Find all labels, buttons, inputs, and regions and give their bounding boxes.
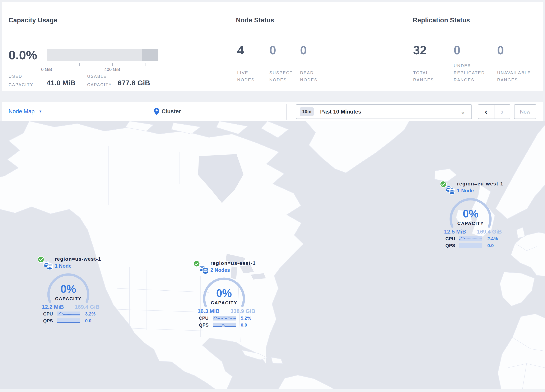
capacity-bar-reserved-segment: [142, 49, 158, 61]
next-time-button[interactable]: ›: [495, 105, 510, 118]
qps-label: QPS: [38, 318, 53, 324]
axis-tick: [79, 63, 80, 66]
breadcrumb[interactable]: Cluster: [154, 102, 181, 121]
capacity-label: CAPACITY: [450, 221, 491, 226]
qps-label: QPS: [194, 322, 209, 328]
cpu-label: CPU: [38, 311, 53, 317]
under-replicated-ranges-label: UNDER- REPLICATED RANGES: [454, 62, 485, 83]
qps-label: QPS: [440, 243, 455, 248]
cpu-value: 2.4%: [487, 236, 498, 242]
cpu-label: CPU: [440, 236, 455, 242]
unavailable-ranges-label: UNAVAILABLE RANGES: [497, 69, 531, 83]
cpu-value: 5.2%: [241, 316, 251, 321]
breadcrumb-label: Cluster: [161, 108, 181, 115]
live-nodes-count: 4: [237, 43, 244, 57]
capacity-label: CAPACITY: [203, 300, 245, 306]
node-count-link[interactable]: 2 Nodes: [211, 267, 230, 273]
time-range-value: Past 10 Minutes: [320, 108, 361, 115]
capacity-usage-title: Capacity Usage: [9, 17, 57, 24]
time-step-buttons: ‹ ›: [478, 104, 510, 119]
usable-capacity-value: 677.8 GiB: [118, 79, 150, 87]
time-range-badge: 10m: [300, 107, 314, 116]
axis-tick: [47, 63, 47, 66]
now-button[interactable]: Now: [514, 104, 536, 119]
replication-status-title: Replication Status: [413, 17, 470, 24]
capacity-total-value: 169.4 GiB: [73, 304, 102, 310]
region-marker-us-east-1[interactable]: region=us-east-1 2 Nodes 0% CAPACITY 16.…: [191, 250, 260, 330]
under-replicated-ranges-count: 0: [454, 43, 460, 57]
capacity-percent: 0%: [203, 287, 245, 299]
region-marker-eu-west-1[interactable]: region=eu-west-1 1 Node 0% CAPACITY 12.5…: [437, 171, 506, 250]
dead-nodes-label: DEAD NODES: [300, 69, 318, 83]
cpu-value: 3.2%: [85, 311, 95, 317]
suspect-nodes-label: SUSPECT NODES: [269, 69, 293, 83]
database-stack-icon: [445, 186, 456, 195]
cpu-label: CPU: [194, 316, 209, 321]
prev-time-button[interactable]: ‹: [478, 105, 495, 118]
total-ranges-label: TOTAL RANGES: [413, 69, 434, 83]
capacity-used-value: 12.5 MiB: [440, 229, 470, 235]
qps-value: 0.0: [241, 322, 247, 328]
qps-sparkline: [213, 323, 236, 327]
cpu-sparkline: [213, 316, 236, 321]
total-ranges-count: 32: [413, 43, 427, 57]
region-label: region=eu-west-1: [457, 181, 503, 187]
axis-tick-label: 400 GiB: [104, 67, 120, 72]
region-marker-us-west-1[interactable]: region=us-west-1 1 Node 0% CAPACITY 12.2…: [35, 246, 104, 326]
caret-down-icon: ▼: [39, 110, 42, 113]
qps-value: 0.0: [487, 243, 494, 248]
view-selector-dropdown[interactable]: Node Map ▼: [9, 102, 42, 121]
node-count-link[interactable]: 1 Node: [457, 188, 474, 193]
capacity-percent: 0%: [450, 207, 491, 220]
toolbar-divider: [286, 104, 286, 120]
usable-capacity-label: USABLE CAPACITY: [87, 72, 123, 89]
axis-tick: [112, 63, 113, 66]
region-label: region=us-west-1: [55, 256, 101, 262]
capacity-used-percent: 0.0%: [9, 48, 37, 62]
qps-sparkline: [459, 243, 482, 248]
node-count-link[interactable]: 1 Node: [55, 263, 71, 269]
capacity-percent: 0%: [47, 283, 89, 295]
used-capacity-value: 41.0 MiB: [47, 79, 75, 87]
map-toolbar: Node Map ▼ Cluster 10m Past 10 Minutes ⌄…: [2, 102, 543, 121]
database-stack-icon: [198, 265, 209, 275]
qps-value: 0.0: [85, 318, 92, 324]
capacity-usage-bar: [47, 49, 158, 61]
live-nodes-label: LIVE NODES: [237, 69, 255, 83]
chevron-down-icon: ⌄: [460, 110, 466, 114]
capacity-label: CAPACITY: [47, 296, 89, 301]
view-selector-label: Node Map: [9, 108, 35, 115]
database-stack-icon: [43, 261, 53, 271]
cpu-sparkline: [57, 311, 80, 316]
cluster-summary-panel: Capacity Usage 0.0% 0 GiB 400 GiB USED C…: [2, 2, 543, 91]
node-map: region=us-west-1 1 Node 0% CAPACITY 12.2…: [0, 121, 545, 389]
axis-tick: [145, 63, 145, 66]
qps-sparkline: [57, 318, 80, 323]
region-label: region=us-east-1: [211, 260, 256, 266]
capacity-used-value: 16.3 MiB: [194, 308, 223, 314]
dead-nodes-count: 0: [300, 43, 307, 57]
capacity-total-value: 338.9 GiB: [228, 308, 257, 314]
location-pin-icon: [154, 108, 160, 115]
axis-tick-label: 0 GiB: [41, 67, 52, 72]
time-range-select[interactable]: 10m Past 10 Minutes ⌄: [296, 104, 472, 119]
suspect-nodes-count: 0: [269, 43, 276, 57]
capacity-used-value: 12.2 MiB: [38, 304, 68, 310]
node-status-title: Node Status: [236, 17, 274, 24]
used-capacity-label: USED CAPACITY: [9, 72, 44, 89]
unavailable-ranges-count: 0: [497, 43, 504, 57]
page-bottom-strip: [0, 389, 545, 392]
cpu-sparkline: [459, 236, 482, 241]
capacity-total-value: 169.4 GiB: [475, 229, 504, 235]
